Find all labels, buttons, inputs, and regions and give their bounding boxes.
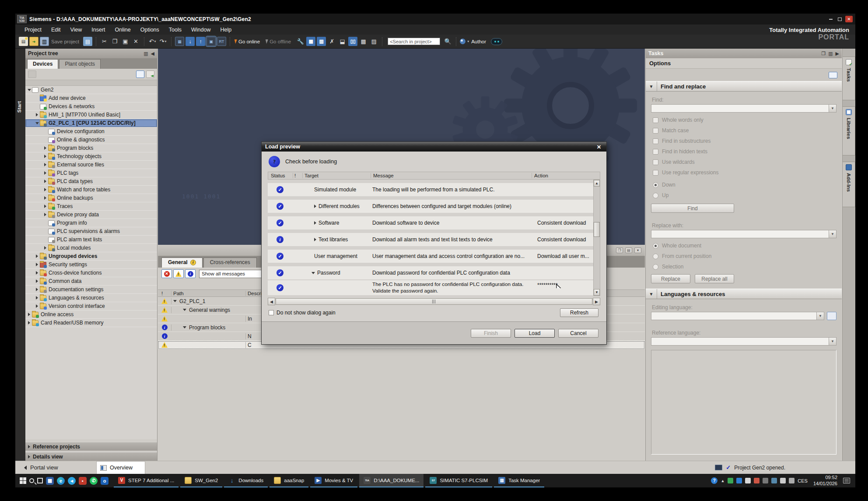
go-online-icon[interactable]: [233, 39, 237, 44]
tray-expand-icon[interactable]: ▲: [721, 479, 724, 483]
telegram-app-icon[interactable]: ◄: [68, 477, 76, 485]
menu-tools[interactable]: Tools: [164, 25, 186, 35]
start-button[interactable]: [20, 477, 26, 484]
expand-icon[interactable]: [36, 304, 38, 308]
save-project-icon[interactable]: ▥: [40, 37, 49, 46]
find-hidden-checkbox[interactable]: Find in hidden texts: [653, 148, 842, 155]
taskbar-app-taskmanager[interactable]: ▥Task Manager: [494, 474, 544, 487]
collapse-panel-icon[interactable]: ◀: [151, 51, 154, 56]
split-horizontal-icon[interactable]: ⬓: [338, 37, 347, 46]
table-row-password[interactable]: The PLC has no password for confidential…: [268, 280, 600, 295]
collapse-icon[interactable]: [183, 309, 186, 311]
search-input[interactable]: [388, 38, 440, 45]
expand-icon[interactable]: [36, 296, 38, 300]
taskbar-app-downloads[interactable]: ↓Downloads: [224, 474, 268, 487]
load-button[interactable]: Load: [514, 329, 555, 338]
expand-icon[interactable]: [44, 188, 46, 191]
tray-icon[interactable]: [736, 478, 742, 483]
tree-item-documentation[interactable]: Documentation settings: [25, 286, 157, 294]
find-input[interactable]: ▼: [651, 104, 836, 113]
menu-insert[interactable]: Insert: [87, 25, 110, 35]
expand-panel-icon[interactable]: ▤: [625, 247, 632, 253]
tree-item-card-reader[interactable]: Card Reader/USB memory: [25, 319, 157, 327]
maximize-button[interactable]: [836, 16, 844, 22]
dialog-titlebar[interactable]: Load preview ✕: [262, 142, 606, 152]
window-check2-icon[interactable]: ▨: [369, 37, 378, 46]
expand-icon[interactable]: [44, 196, 46, 200]
volume-tray-icon[interactable]: [789, 478, 794, 483]
download-to-device-icon[interactable]: ↓: [186, 37, 195, 46]
author-label[interactable]: Author: [471, 39, 486, 44]
diagnostics-icon[interactable]: 🔧: [296, 37, 305, 46]
vertical-scrollbar[interactable]: ▲ ▼: [593, 180, 600, 296]
whole-words-checkbox[interactable]: Whole words only: [653, 117, 842, 123]
tray-icon[interactable]: [763, 478, 768, 483]
table-row[interactable]: Different modules Differences between co…: [268, 200, 600, 213]
taskbar-app-plcsim[interactable]: S7SIMATIC S7-PLCSIM: [425, 474, 492, 487]
sidetab-libraries[interactable]: Libraries: [843, 106, 855, 155]
pin-panel-icon[interactable]: ▥: [144, 51, 148, 56]
whole-document-radio[interactable]: Whole document: [653, 243, 842, 249]
search-icon[interactable]: [29, 478, 34, 483]
tree-item-devices-networks[interactable]: Devices & networks: [25, 102, 157, 111]
tree-item-online-diagnostics[interactable]: Online & diagnostics: [25, 136, 157, 144]
float-panel-icon[interactable]: ❐: [616, 247, 623, 253]
refresh-button[interactable]: Refresh: [560, 308, 598, 317]
match-case-checkbox[interactable]: Match case: [653, 127, 842, 134]
replace-input[interactable]: ▼: [651, 230, 836, 238]
start-simulation-icon[interactable]: ▣: [206, 37, 216, 46]
scroll-down-icon[interactable]: ▼: [594, 289, 600, 296]
tree-item-device-configuration[interactable]: Device configuration: [25, 127, 157, 136]
tray-icon[interactable]: [754, 478, 760, 483]
expand-icon[interactable]: [28, 321, 30, 325]
pin-panel-icon[interactable]: ▥: [828, 51, 833, 56]
tree-item-device-proxy[interactable]: Device proxy data: [25, 211, 157, 219]
replace-all-button[interactable]: Replace all: [695, 274, 734, 283]
find-button[interactable]: Find: [651, 204, 734, 213]
filter-warnings-button[interactable]: [173, 269, 184, 278]
languages-resources-section[interactable]: ▼ Languages & resources: [646, 289, 842, 299]
filter-errors-button[interactable]: ✕: [161, 269, 172, 278]
editing-language-dropdown[interactable]: ▼: [651, 312, 824, 320]
taskbar-app-movies[interactable]: ▶Movies & TV: [310, 474, 357, 487]
scroll-right-icon[interactable]: ▶: [593, 298, 600, 305]
finish-button[interactable]: Finish: [471, 329, 511, 338]
overview-tab[interactable]: Overview: [96, 461, 145, 474]
taskbar-app-aaasnap[interactable]: aaaSnap: [270, 474, 308, 487]
expand-icon[interactable]: [36, 263, 38, 266]
expand-icon[interactable]: [36, 271, 38, 275]
chevron-down-icon[interactable]: ▼: [829, 105, 836, 112]
collapse-icon[interactable]: [312, 272, 315, 274]
tree-item-plc-supervisions[interactable]: PLC supervisions & alarms: [25, 227, 157, 236]
direction-down-radio[interactable]: Down: [653, 182, 842, 188]
open-project-icon[interactable]: [29, 37, 38, 46]
tree-item-plc-data-types[interactable]: PLC data types: [25, 177, 157, 186]
whatsapp-icon[interactable]: ✆: [90, 477, 98, 485]
tray-icon[interactable]: [745, 478, 751, 483]
menu-window[interactable]: Window: [186, 25, 215, 35]
save-project-label[interactable]: Save project: [51, 39, 79, 44]
chevron-down-icon[interactable]: ▼: [816, 312, 824, 320]
collapse-icon[interactable]: [28, 89, 31, 91]
menu-edit[interactable]: Edit: [46, 25, 66, 35]
find-substructures-checkbox[interactable]: Find in substructures: [653, 138, 842, 144]
expand-icon[interactable]: [314, 205, 316, 208]
filter-info-button[interactable]: i: [185, 269, 196, 278]
copilot-icon[interactable]: [491, 38, 502, 45]
split-vertical-icon[interactable]: ▯▯: [348, 37, 357, 46]
device-table2-icon[interactable]: ▥: [317, 37, 326, 46]
tree-item-g2-plc1[interactable]: G2_PLC_1 [CPU 1214C DC/DC/Rly]: [25, 119, 157, 127]
minimize-button[interactable]: [827, 16, 834, 22]
expand-icon[interactable]: [44, 146, 46, 150]
go-offline-button[interactable]: Go offline: [270, 39, 291, 44]
scroll-left-icon[interactable]: ◀: [268, 298, 275, 305]
topology-view-icon[interactable]: [146, 71, 154, 78]
remove-x-icon[interactable]: ✗: [327, 37, 336, 46]
from-current-radio[interactable]: From current position: [653, 253, 842, 259]
expand-icon[interactable]: [36, 288, 38, 291]
language-settings-icon[interactable]: [827, 312, 836, 320]
device-table-icon[interactable]: ▦: [306, 37, 315, 46]
delete-icon[interactable]: ✕: [131, 37, 140, 46]
float-panel-icon[interactable]: ❐: [821, 51, 826, 56]
password-field[interactable]: **********: [531, 280, 593, 288]
